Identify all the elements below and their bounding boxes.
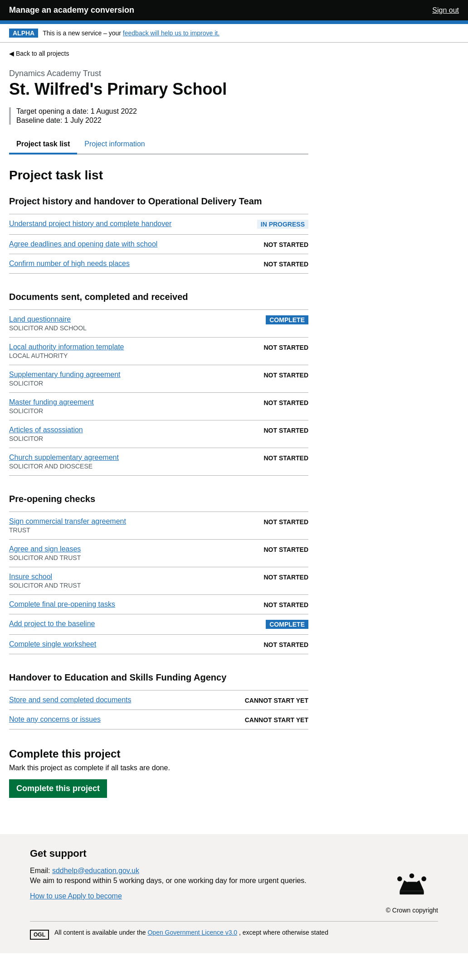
- task-link[interactable]: Articles of assossiation: [9, 426, 83, 434]
- blue-accent-bar: [0, 20, 468, 24]
- status-badge: NOT STARTED: [263, 517, 308, 526]
- task-list-pre-opening: Sign commercial transfer agreement TRUST…: [9, 512, 308, 654]
- alpha-feedback-link[interactable]: feedback will help us to improve it.: [123, 29, 219, 37]
- footer-email-link[interactable]: sddhelp@education.gov.uk: [52, 867, 139, 874]
- task-link[interactable]: Complete single worksheet: [9, 640, 96, 648]
- task-list-handover: Store and send completed documents CANNO…: [9, 690, 308, 729]
- task-link[interactable]: Local authority information template: [9, 343, 124, 351]
- trust-name: Dynamics Academy Trust: [9, 69, 308, 78]
- ogl-text: All content is available under the Open …: [54, 929, 328, 936]
- svg-rect-6: [399, 877, 400, 880]
- task-item: Supplementary funding agreement SOLICITO…: [9, 365, 308, 393]
- status-badge: NOT STARTED: [263, 398, 308, 406]
- task-link[interactable]: Add project to the baseline: [9, 620, 95, 628]
- complete-section-title: Complete this project: [9, 748, 308, 760]
- task-subtitle: SOLICITOR AND TRUST: [9, 554, 254, 561]
- alpha-tag: ALPHA: [9, 29, 38, 38]
- baseline-date: Baseline date: 1 July 2022: [16, 116, 308, 125]
- task-link[interactable]: Store and send completed documents: [9, 696, 132, 704]
- status-badge: NOT STARTED: [263, 240, 308, 248]
- footer: Get support Email: sddhelp@education.gov…: [0, 834, 468, 953]
- main-content: Dynamics Academy Trust St. Wilfred's Pri…: [0, 60, 317, 834]
- section-title-documents: Documents sent, completed and received: [9, 292, 308, 302]
- task-subtitle: LOCAL AUTHORITY: [9, 352, 254, 359]
- complete-section-desc: Mark this project as complete if all tas…: [9, 764, 308, 772]
- tab-project-task-list[interactable]: Project task list: [9, 135, 77, 154]
- svg-rect-5: [407, 882, 416, 888]
- site-title: Manage an academy conversion: [9, 5, 134, 15]
- task-item: Understand project history and complete …: [9, 214, 308, 235]
- task-item: Complete final pre-opening tasks NOT STA…: [9, 595, 308, 614]
- section-documents: Documents sent, completed and received L…: [9, 292, 308, 476]
- status-badge: COMPLETE: [266, 620, 308, 629]
- ogl-badge: OGL: [30, 930, 49, 940]
- status-badge: NOT STARTED: [263, 260, 308, 268]
- ogl-section: OGL All content is available under the O…: [30, 929, 438, 940]
- task-link[interactable]: Land questionnaire: [9, 315, 71, 323]
- sign-out-link[interactable]: Sign out: [432, 6, 459, 14]
- complete-section: Complete this project Mark this project …: [9, 748, 308, 798]
- task-subtitle: SOLICITOR: [9, 435, 254, 442]
- status-badge: NOT STARTED: [263, 426, 308, 434]
- task-item: Note any concerns or issues CANNOT START…: [9, 710, 308, 729]
- crown-copyright: © Crown copyright: [386, 907, 438, 914]
- target-date: Target opening a date: 1 August 2022: [16, 107, 308, 116]
- task-link[interactable]: Supplementary funding agreement: [9, 371, 121, 378]
- task-item: Local authority information template LOC…: [9, 338, 308, 365]
- task-link[interactable]: Agree and sign leases: [9, 545, 81, 553]
- footer-how-to-link[interactable]: How to use Apply to become: [30, 892, 122, 900]
- section-project-history: Project history and handover to Operatio…: [9, 196, 308, 274]
- task-item: Land questionnaire SOLICITOR AND SCHOOL …: [9, 310, 308, 338]
- status-badge: NOT STARTED: [263, 371, 308, 379]
- footer-email-label: Email: sddhelp@education.gov.uk: [30, 867, 386, 875]
- task-item: Agree and sign leases SOLICITOR AND TRUS…: [9, 540, 308, 567]
- svg-rect-8: [424, 877, 425, 880]
- complete-project-button[interactable]: Complete this project: [9, 779, 107, 798]
- task-item: Master funding agreement SOLICITOR NOT S…: [9, 393, 308, 420]
- task-item: Confirm number of high needs places NOT …: [9, 254, 308, 274]
- school-name: St. Wilfred's Primary School: [9, 80, 308, 98]
- task-item: Insure school SOLICITOR AND TRUST NOT ST…: [9, 567, 308, 595]
- get-support-title: Get support: [30, 848, 438, 859]
- task-subtitle: TRUST: [9, 526, 254, 534]
- status-badge: NOT STARTED: [263, 454, 308, 462]
- school-info: Dynamics Academy Trust St. Wilfred's Pri…: [9, 69, 308, 98]
- back-to-projects-link[interactable]: ◀ Back to all projects: [9, 50, 69, 57]
- site-header: Manage an academy conversion Sign out: [0, 0, 468, 20]
- footer-content: Get support Email: sddhelp@education.gov…: [30, 848, 438, 940]
- task-subtitle: SOLICITOR AND DIOSCESE: [9, 463, 254, 470]
- status-badge: CANNOT START YET: [245, 696, 308, 704]
- status-badge: NOT STARTED: [263, 545, 308, 553]
- task-subtitle: SOLICITOR AND SCHOOL: [9, 324, 257, 332]
- task-link[interactable]: Insure school: [9, 573, 52, 580]
- task-link[interactable]: Understand project history and complete …: [9, 220, 171, 227]
- footer-top: Email: sddhelp@education.gov.uk We aim t…: [30, 867, 438, 914]
- ogl-link[interactable]: Open Government Licence v3.0: [147, 929, 237, 936]
- task-list-project-history: Understand project history and complete …: [9, 214, 308, 274]
- task-item: Complete single worksheet NOT STARTED: [9, 635, 308, 654]
- tab-project-information[interactable]: Project information: [77, 135, 152, 154]
- status-badge: IN PROGRESS: [257, 220, 308, 229]
- task-link[interactable]: Sign commercial transfer agreement: [9, 517, 126, 525]
- alpha-banner: ALPHA This is a new service – your feedb…: [0, 24, 468, 43]
- task-item: Sign commercial transfer agreement TRUST…: [9, 512, 308, 540]
- task-link[interactable]: Agree deadlines and opening date with sc…: [9, 240, 157, 248]
- footer-logo-area: © Crown copyright: [386, 867, 438, 914]
- task-link[interactable]: Complete final pre-opening tasks: [9, 600, 115, 608]
- task-link[interactable]: Church supplementary agreement: [9, 454, 119, 461]
- tab-nav: Project task list Project information: [9, 135, 308, 154]
- task-item: Church supplementary agreement SOLICITOR…: [9, 448, 308, 476]
- task-list-documents: Land questionnaire SOLICITOR AND SCHOOL …: [9, 309, 308, 476]
- svg-rect-0: [400, 891, 424, 894]
- page-title: Project task list: [9, 168, 308, 183]
- task-link[interactable]: Master funding agreement: [9, 398, 94, 406]
- task-item: Articles of assossiation SOLICITOR NOT S…: [9, 420, 308, 448]
- task-link[interactable]: Note any concerns or issues: [9, 715, 101, 723]
- task-link[interactable]: Confirm number of high needs places: [9, 260, 130, 267]
- status-badge: NOT STARTED: [263, 640, 308, 648]
- footer-divider: [30, 921, 438, 922]
- task-subtitle: SOLICITOR AND TRUST: [9, 582, 254, 589]
- section-handover: Handover to Education and Skills Funding…: [9, 672, 308, 729]
- status-badge: NOT STARTED: [263, 600, 308, 608]
- status-badge: COMPLETE: [266, 315, 308, 324]
